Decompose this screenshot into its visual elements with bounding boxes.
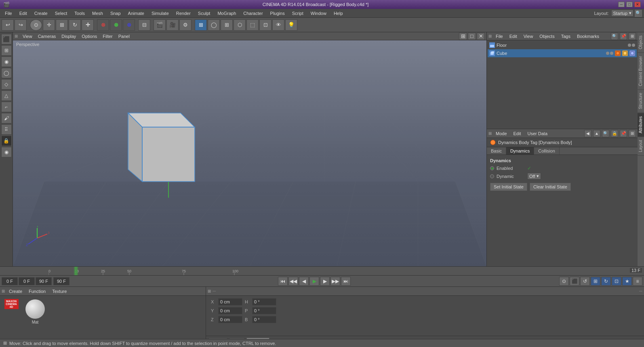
key-pos-btn[interactable]: ⊞	[591, 277, 600, 286]
viewport-menu-panel[interactable]: Panel	[116, 33, 132, 40]
objects-menu-view[interactable]: View	[521, 33, 536, 39]
maximize-button[interactable]: □	[626, 2, 633, 7]
clear-initial-state-button[interactable]: Clear Initial State	[530, 183, 571, 191]
key-all-btn[interactable]: ★	[622, 277, 632, 286]
tool-lock[interactable]: 🔒	[1, 136, 12, 146]
prev-frame-button[interactable]: ◀	[299, 277, 309, 286]
end-frame1-input[interactable]	[36, 277, 52, 285]
tool-square[interactable]: ⊞	[1, 45, 12, 56]
tool-cube[interactable]: ⬛	[1, 34, 12, 44]
menu-animate[interactable]: Animate	[125, 10, 147, 17]
cube-tag-mat2[interactable]	[629, 50, 635, 56]
viewport-close[interactable]: ✕	[477, 33, 485, 40]
b-input[interactable]	[252, 316, 276, 323]
attr-pin[interactable]: 📌	[620, 130, 627, 137]
menu-snap[interactable]: Snap	[107, 10, 124, 17]
menu-select[interactable]: Select	[52, 10, 71, 17]
mat-menu-create[interactable]: Create	[6, 288, 25, 294]
viewport-expand[interactable]: ⊞	[459, 33, 467, 40]
tool-paint[interactable]: 🖌	[1, 113, 12, 123]
model-tool[interactable]: ⊙	[30, 19, 42, 31]
viewport-3d[interactable]: Perspective X Y Z	[13, 40, 486, 266]
objects-pin[interactable]: 📌	[620, 33, 627, 40]
dynamic-radio[interactable]	[490, 174, 494, 178]
menu-help[interactable]: Help	[330, 10, 346, 17]
key-scale-btn[interactable]: ⊡	[612, 277, 621, 286]
tool-sphere[interactable]: ◯	[1, 68, 12, 78]
attr-tab-collision[interactable]: Collision	[534, 147, 560, 155]
timeline-btn[interactable]: ≡	[633, 277, 642, 286]
object-row-cube[interactable]: Cube	[488, 49, 637, 57]
attr-back[interactable]: ◀	[584, 130, 591, 137]
tool-donut[interactable]: ◉	[1, 147, 12, 157]
next-frame-button[interactable]: ▶	[320, 277, 330, 286]
next-key-button[interactable]: ▶▶	[330, 277, 340, 286]
goto-end-button[interactable]: ⏭	[341, 277, 351, 286]
attr-search[interactable]: 🔍	[602, 130, 609, 137]
y-pos-input[interactable]	[218, 307, 242, 314]
menu-simulate[interactable]: Simulate	[148, 10, 172, 17]
y-axis-btn[interactable]: ⊗	[110, 19, 122, 31]
tool-ring[interactable]: ◉	[1, 56, 12, 67]
cube-tag-mat1[interactable]	[622, 50, 628, 56]
menu-render[interactable]: Render	[173, 10, 194, 17]
tool-triangle[interactable]: △	[1, 90, 12, 101]
attr-up[interactable]: ▲	[593, 130, 600, 137]
rside-tab-attributes[interactable]: Attributes	[638, 113, 644, 137]
menu-window[interactable]: Window	[307, 10, 330, 17]
mat-item[interactable]: Mat	[25, 299, 45, 324]
enabled-radio[interactable]	[490, 166, 494, 170]
x-pos-input[interactable]	[218, 298, 242, 305]
loop-btn[interactable]: ↺	[580, 277, 590, 286]
render-settings[interactable]: ⚙	[179, 19, 192, 31]
render-region[interactable]: 🎬	[154, 19, 166, 31]
mat-menu-function[interactable]: Function	[26, 288, 48, 294]
objects-menu-file[interactable]: File	[493, 33, 505, 39]
redo-button[interactable]: ↪	[15, 19, 27, 31]
render-view[interactable]: 🎥	[166, 19, 179, 31]
view-4way[interactable]: ⊡	[259, 19, 271, 31]
rside-tab-content[interactable]: Content Browser	[638, 53, 644, 90]
play-button[interactable]: ▶	[309, 277, 319, 286]
menu-script[interactable]: Script	[289, 10, 307, 17]
end-frame2-input[interactable]	[53, 277, 69, 285]
menu-edit[interactable]: Edit	[16, 10, 30, 17]
move-tool[interactable]: ✛	[43, 19, 55, 31]
layout-dropdown[interactable]: Startup ▾	[611, 10, 633, 17]
z-axis-btn[interactable]: ⊗	[123, 19, 135, 31]
start-frame-input[interactable]	[2, 277, 18, 285]
objects-expand[interactable]: ⊞	[629, 33, 636, 40]
view-grid[interactable]: ⊞	[221, 19, 233, 31]
attr-menu-edit[interactable]: Edit	[511, 131, 524, 136]
search-button[interactable]: 🔍	[634, 9, 642, 17]
viewport-menu-filter[interactable]: Filter	[100, 33, 115, 40]
attr-menu-userdata[interactable]: User Data	[525, 131, 550, 136]
rside-tab-structure[interactable]: Structure	[638, 90, 644, 113]
view-bulb[interactable]: 💡	[285, 19, 297, 31]
viewport-menu-display[interactable]: Display	[59, 33, 78, 40]
dynamic-dropdown[interactable]: Off ▾	[527, 173, 541, 180]
objects-menu-bookmarks[interactable]: Bookmarks	[575, 33, 602, 39]
goto-start-button[interactable]: ⏮	[278, 277, 288, 286]
rside-tab-layout[interactable]: Layout	[638, 137, 644, 156]
cube-tag-dynamics[interactable]	[615, 50, 621, 56]
view-line[interactable]: ⬚	[246, 19, 259, 31]
key-rot-btn[interactable]: ↻	[601, 277, 611, 286]
menu-mograph[interactable]: MoGraph	[214, 10, 239, 17]
rotate-tool[interactable]: ↻	[69, 19, 81, 31]
view-3d[interactable]: ⊞	[195, 19, 207, 31]
tool-grid-dots[interactable]: ⠿	[1, 124, 12, 135]
viewport-menu-options[interactable]: Options	[79, 33, 99, 40]
stop-btn[interactable]: ⬛	[570, 277, 579, 286]
menu-plugins[interactable]: Plugins	[267, 10, 288, 17]
view-sphere[interactable]: ◯	[208, 19, 220, 31]
record-btn[interactable]: ⊙	[559, 277, 569, 286]
attr-lock[interactable]: 🔒	[611, 130, 618, 137]
tool-diamond[interactable]: ◇	[1, 79, 12, 90]
coord-sys-btn[interactable]: ⊟	[138, 19, 150, 31]
menu-sculpt[interactable]: Sculpt	[195, 10, 214, 17]
x-axis-btn[interactable]: ⊗	[97, 19, 109, 31]
close-button[interactable]: ✕	[634, 2, 641, 7]
menu-tools[interactable]: Tools	[71, 10, 88, 17]
minimize-button[interactable]: ─	[618, 2, 625, 7]
